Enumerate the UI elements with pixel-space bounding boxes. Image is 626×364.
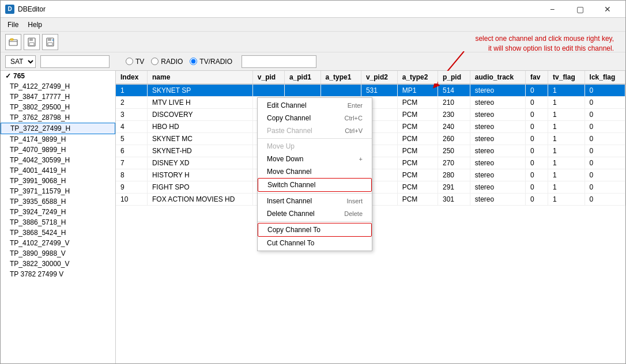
ctx-copy-channel[interactable]: Copy ChannelCtrl+C bbox=[258, 112, 372, 124]
sat-select[interactable]: SAT bbox=[5, 55, 36, 68]
sidebar-item-10[interactable]: TP_3971_11579_H bbox=[1, 186, 115, 196]
ctx-cut-channel-to[interactable]: Cut Channel To bbox=[258, 237, 372, 249]
ctx-delete-channel[interactable]: Delete ChannelDelete bbox=[258, 207, 372, 220]
cell-9-9: 0 bbox=[525, 194, 548, 206]
cell-1-6: PCM bbox=[397, 97, 438, 109]
cell-8-7: 291 bbox=[438, 181, 470, 194]
cell-7-0: 8 bbox=[116, 169, 148, 181]
cell-1-9: 0 bbox=[525, 97, 548, 109]
sidebar-item-13[interactable]: TP_3886_5718_H bbox=[1, 217, 115, 227]
cell-6-6: PCM bbox=[397, 157, 438, 169]
svg-rect-4 bbox=[29, 43, 34, 46]
sidebar-item-7[interactable]: TP_4042_30599_H bbox=[1, 155, 115, 165]
cell-0-6: MP1 bbox=[397, 84, 438, 97]
svg-text:+: + bbox=[52, 38, 54, 41]
ctx-switch-channel[interactable]: Switch Channel bbox=[258, 178, 372, 192]
sidebar-item-15[interactable]: TP_4102_27499_V bbox=[1, 238, 115, 248]
col-ppid: p_pid bbox=[438, 71, 470, 84]
cell-8-6: PCM bbox=[397, 181, 438, 194]
cell-2-9: 0 bbox=[525, 109, 548, 121]
cell-2-8: stereo bbox=[470, 109, 525, 121]
filter-bar: SAT TV RADIO TV/RADIO bbox=[1, 52, 625, 71]
open-button[interactable] bbox=[5, 34, 21, 50]
ctx-label-move-up: Move Up bbox=[267, 142, 295, 150]
search-input[interactable] bbox=[40, 55, 110, 68]
sidebar-item-0[interactable]: TP_4122_27499_H bbox=[1, 81, 115, 92]
cell-7-8: stereo bbox=[470, 169, 525, 181]
col-lck-flag: lck_flag bbox=[584, 71, 625, 84]
sidebar-item-5[interactable]: TP_4174_9899_H bbox=[1, 134, 115, 145]
cell-9-6: PCM bbox=[397, 194, 438, 206]
save-button[interactable] bbox=[24, 34, 40, 50]
cell-5-7: 250 bbox=[438, 145, 470, 157]
radio-radio[interactable]: RADIO bbox=[151, 58, 183, 66]
sidebar-item-17[interactable]: TP_3822_30000_V bbox=[1, 259, 115, 269]
ctx-move-up: Move Up bbox=[258, 140, 372, 153]
cell-0-9: 0 bbox=[525, 84, 548, 97]
sidebar-item-2[interactable]: TP_3802_29500_H bbox=[1, 102, 115, 112]
close-button[interactable]: ✕ bbox=[594, 1, 621, 18]
cell-8-8: stereo bbox=[470, 181, 525, 194]
col-vpid: v_pid bbox=[252, 71, 284, 84]
ctx-copy-channel-to[interactable]: Copy Channel To bbox=[258, 223, 372, 237]
ctx-label-cut-channel-to: Cut Channel To bbox=[267, 239, 315, 247]
ctx-separator-8 bbox=[258, 193, 372, 194]
ctx-shortcut-insert-channel: Insert bbox=[346, 198, 363, 204]
svg-rect-1 bbox=[10, 39, 13, 40]
cell-7-6: PCM bbox=[397, 169, 438, 181]
sidebar-item-3[interactable]: TP_3762_28798_H bbox=[1, 112, 115, 123]
sidebar-root[interactable]: ✓ 765 bbox=[1, 71, 115, 81]
menu-file[interactable]: File bbox=[3, 20, 23, 30]
sidebar-item-11[interactable]: TP_3935_6588_H bbox=[1, 196, 115, 207]
svg-rect-0 bbox=[9, 40, 17, 46]
ctx-label-delete-channel: Delete Channel bbox=[267, 210, 315, 218]
sidebar-item-18[interactable]: TP 3782 27499 V bbox=[1, 269, 115, 279]
radio-tv[interactable]: TV bbox=[126, 58, 144, 66]
col-audio-track: audio_track bbox=[470, 71, 525, 84]
sidebar-item-4[interactable]: TP_3722_27499_H bbox=[1, 123, 115, 134]
cell-8-0: 9 bbox=[116, 181, 148, 194]
sidebar-item-14[interactable]: TP_3868_5424_H bbox=[1, 227, 115, 238]
menu-help[interactable]: Help bbox=[23, 20, 47, 30]
cell-5-10: 1 bbox=[548, 145, 584, 157]
cell-4-9: 0 bbox=[525, 133, 548, 145]
toolbar: + bbox=[1, 32, 625, 52]
cell-5-9: 0 bbox=[525, 145, 548, 157]
sidebar-item-1[interactable]: TP_3847_17777_H bbox=[1, 92, 115, 102]
ctx-insert-channel[interactable]: Insert ChannelInsert bbox=[258, 195, 372, 207]
cell-9-1: FOX ACTION MOVIES HD bbox=[148, 194, 253, 206]
col-index: Index bbox=[116, 71, 148, 84]
ctx-move-channel[interactable]: Move Channel bbox=[258, 165, 372, 178]
ctx-label-copy-channel: Copy Channel bbox=[267, 114, 311, 122]
cell-4-10: 1 bbox=[548, 133, 584, 145]
table-row[interactable]: 1SKYNET SP531MP1514stereo010 bbox=[116, 84, 625, 97]
ctx-label-move-down: Move Down bbox=[267, 155, 303, 163]
sidebar-item-12[interactable]: TP_3924_7249_H bbox=[1, 207, 115, 217]
maximize-button[interactable]: ▢ bbox=[567, 1, 593, 18]
cell-2-11: 0 bbox=[584, 109, 625, 121]
cell-8-10: 1 bbox=[548, 181, 584, 194]
radio-tv-radio[interactable]: TV/RADIO bbox=[190, 58, 232, 66]
cell-7-9: 0 bbox=[525, 169, 548, 181]
sidebar-item-9[interactable]: TP_3991_9068_H bbox=[1, 176, 115, 186]
sidebar-item-16[interactable]: TP_3890_9988_V bbox=[1, 248, 115, 259]
ctx-edit-channel[interactable]: Edit ChannelEnter bbox=[258, 99, 372, 112]
cell-3-11: 0 bbox=[584, 121, 625, 133]
ctx-paste-channel: Paste ChannelCtrl+V bbox=[258, 124, 372, 137]
ctx-move-down[interactable]: Move Down+ bbox=[258, 153, 372, 165]
save-as-button[interactable]: + bbox=[42, 34, 58, 50]
sidebar-item-6[interactable]: TP_4070_9899_H bbox=[1, 145, 115, 155]
cell-6-0: 7 bbox=[116, 157, 148, 169]
cell-5-6: PCM bbox=[397, 145, 438, 157]
minimize-button[interactable]: − bbox=[539, 1, 565, 18]
radio-group: TV RADIO TV/RADIO bbox=[126, 58, 232, 66]
cell-3-9: 0 bbox=[525, 121, 548, 133]
sidebar-item-8[interactable]: TP_4001_4419_H bbox=[1, 165, 115, 176]
ctx-label-edit-channel: Edit Channel bbox=[267, 101, 307, 109]
cell-8-11: 0 bbox=[584, 181, 625, 194]
cell-4-0: 5 bbox=[116, 133, 148, 145]
col-tv-flag: tv_flag bbox=[548, 71, 584, 84]
cell-3-0: 4 bbox=[116, 121, 148, 133]
cell-2-1: DISCOVERY bbox=[148, 109, 253, 121]
filter-search-right[interactable] bbox=[242, 55, 316, 68]
